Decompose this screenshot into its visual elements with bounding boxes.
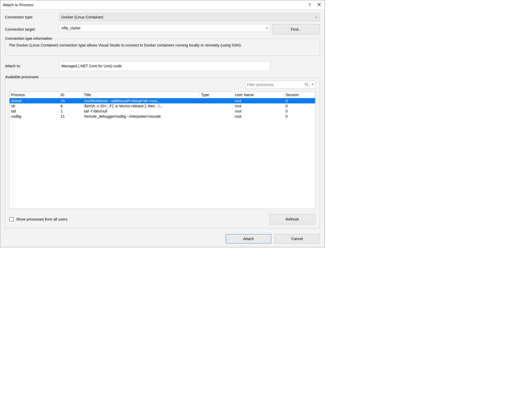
- col-header-type[interactable]: Type: [199, 92, 233, 98]
- attach-to-value: Managed (.NET Core for Unix) code: [61, 64, 122, 68]
- close-icon[interactable]: [316, 2, 322, 8]
- table-cell: /remote_debugger/vsdbg --interpreter=vsc…: [82, 114, 199, 119]
- table-cell: sh: [10, 103, 59, 109]
- svg-point-2: [305, 83, 307, 85]
- chevron-down-icon: [265, 27, 268, 30]
- table-cell: vsdbg: [10, 114, 59, 119]
- table-cell: 0: [284, 109, 315, 114]
- col-header-id[interactable]: ID: [59, 92, 82, 98]
- connection-type-value: Docker (Linux Container): [61, 15, 103, 19]
- show-all-users-label: Show processes from all users: [16, 217, 67, 221]
- find-button[interactable]: Find...: [273, 24, 320, 35]
- table-cell: root: [233, 103, 284, 109]
- refresh-button[interactable]: Refresh: [269, 214, 315, 224]
- filter-processes-box[interactable]: [245, 81, 315, 89]
- search-icon[interactable]: [303, 82, 309, 87]
- col-header-user[interactable]: User Name: [233, 92, 284, 98]
- chevron-down-icon: [315, 16, 317, 19]
- process-table-header: Process ID Title Type User Name Session: [10, 92, 315, 98]
- table-cell: [199, 114, 233, 119]
- connection-info-group: Connection type information The Docker (…: [5, 39, 320, 56]
- connection-info-text: The Docker (Linux Container) connection …: [9, 43, 316, 48]
- title-bar: Attach to Process ?: [0, 0, 325, 10]
- available-processes-group: Available processes Process ID Title Typ…: [5, 78, 320, 228]
- table-cell: [199, 109, 233, 114]
- table-cell: [199, 103, 233, 109]
- connection-info-heading: Connection type information: [5, 36, 312, 41]
- table-cell: 0: [284, 103, 315, 109]
- attach-to-field[interactable]: Managed (.NET Core for Unix) code: [59, 61, 270, 71]
- table-cell: root: [233, 98, 284, 103]
- available-processes-label: Available processes: [5, 75, 40, 79]
- table-cell: /bin/sh -c ID=.; if [ -e /etc/os-release…: [82, 103, 199, 109]
- connection-type-dropdown[interactable]: Docker (Linux Container): [59, 13, 320, 21]
- table-cell: [199, 98, 233, 103]
- table-cell: 11: [59, 114, 82, 119]
- table-cell: 0: [284, 98, 315, 103]
- table-cell: tail -f /dev/null: [82, 109, 199, 114]
- col-header-title[interactable]: Title: [82, 92, 199, 98]
- table-cell: 6: [59, 103, 82, 109]
- checkbox-box[interactable]: [9, 217, 14, 221]
- help-icon[interactable]: ?: [307, 2, 312, 8]
- show-all-users-checkbox[interactable]: Show processes from all users: [9, 217, 67, 221]
- svg-line-3: [307, 85, 308, 86]
- table-row[interactable]: dotnet24/usr/bin/dotnet --additionalProb…: [10, 98, 315, 103]
- col-header-process[interactable]: Process: [10, 92, 59, 98]
- table-row[interactable]: vsdbg11/remote_debugger/vsdbg --interpre…: [10, 114, 315, 119]
- table-cell: root: [233, 114, 284, 119]
- connection-target-value: nifty_clarke: [61, 26, 80, 30]
- table-cell: dotnet: [10, 98, 59, 103]
- table-cell: tail: [10, 109, 59, 114]
- table-cell: 24: [59, 98, 82, 103]
- filter-dropdown-icon[interactable]: [309, 81, 315, 89]
- connection-type-label: Connection type:: [5, 15, 57, 19]
- table-cell: /usr/bin/dotnet --additionalProbingPath …: [82, 98, 199, 103]
- table-cell: root: [233, 109, 284, 114]
- col-header-session[interactable]: Session: [284, 92, 315, 98]
- table-row[interactable]: sh6/bin/sh -c ID=.; if [ -e /etc/os-rele…: [10, 103, 315, 109]
- attach-button[interactable]: Attach: [226, 234, 271, 243]
- connection-target-combo[interactable]: nifty_clarke: [59, 24, 270, 32]
- filter-processes-input[interactable]: [245, 83, 303, 87]
- process-table[interactable]: Process ID Title Type User Name Session …: [9, 91, 315, 209]
- table-row[interactable]: tail1tail -f /dev/nullroot0: [10, 109, 315, 114]
- cancel-button[interactable]: Cancel: [274, 234, 320, 243]
- table-cell: 1: [59, 109, 82, 114]
- window-title: Attach to Process: [3, 3, 34, 7]
- attach-to-label: Attach to:: [5, 64, 57, 68]
- table-cell: 0: [284, 114, 315, 119]
- connection-target-label: Connection target:: [5, 27, 57, 31]
